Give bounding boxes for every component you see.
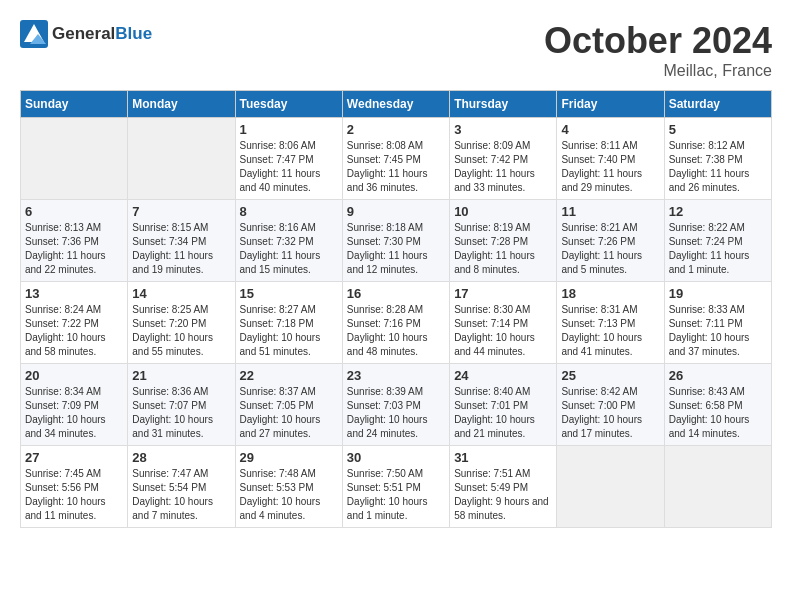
calendar-cell: 14Sunrise: 8:25 AMSunset: 7:20 PMDayligh… [128,282,235,364]
calendar-cell: 26Sunrise: 8:43 AMSunset: 6:58 PMDayligh… [664,364,771,446]
day-info: Sunrise: 8:19 AMSunset: 7:28 PMDaylight:… [454,221,552,277]
calendar-cell: 25Sunrise: 8:42 AMSunset: 7:00 PMDayligh… [557,364,664,446]
calendar-cell [128,118,235,200]
calendar-cell: 21Sunrise: 8:36 AMSunset: 7:07 PMDayligh… [128,364,235,446]
weekday-header-wednesday: Wednesday [342,91,449,118]
day-number: 31 [454,450,552,465]
calendar-cell: 10Sunrise: 8:19 AMSunset: 7:28 PMDayligh… [450,200,557,282]
calendar-cell: 7Sunrise: 8:15 AMSunset: 7:34 PMDaylight… [128,200,235,282]
day-info: Sunrise: 8:25 AMSunset: 7:20 PMDaylight:… [132,303,230,359]
calendar-cell: 3Sunrise: 8:09 AMSunset: 7:42 PMDaylight… [450,118,557,200]
month-title: October 2024 [544,20,772,62]
day-info: Sunrise: 8:37 AMSunset: 7:05 PMDaylight:… [240,385,338,441]
calendar-cell: 12Sunrise: 8:22 AMSunset: 7:24 PMDayligh… [664,200,771,282]
day-number: 15 [240,286,338,301]
calendar-cell: 4Sunrise: 8:11 AMSunset: 7:40 PMDaylight… [557,118,664,200]
day-number: 30 [347,450,445,465]
location-title: Meillac, France [544,62,772,80]
title-area: October 2024 Meillac, France [544,20,772,80]
day-info: Sunrise: 7:48 AMSunset: 5:53 PMDaylight:… [240,467,338,523]
day-number: 4 [561,122,659,137]
day-info: Sunrise: 7:51 AMSunset: 5:49 PMDaylight:… [454,467,552,523]
calendar-cell [557,446,664,528]
day-number: 28 [132,450,230,465]
day-number: 2 [347,122,445,137]
calendar-cell: 28Sunrise: 7:47 AMSunset: 5:54 PMDayligh… [128,446,235,528]
day-info: Sunrise: 8:18 AMSunset: 7:30 PMDaylight:… [347,221,445,277]
weekday-header-monday: Monday [128,91,235,118]
calendar-cell: 20Sunrise: 8:34 AMSunset: 7:09 PMDayligh… [21,364,128,446]
day-number: 23 [347,368,445,383]
day-number: 1 [240,122,338,137]
calendar-cell: 27Sunrise: 7:45 AMSunset: 5:56 PMDayligh… [21,446,128,528]
day-info: Sunrise: 8:36 AMSunset: 7:07 PMDaylight:… [132,385,230,441]
calendar-cell [21,118,128,200]
day-number: 19 [669,286,767,301]
day-number: 21 [132,368,230,383]
day-info: Sunrise: 8:34 AMSunset: 7:09 PMDaylight:… [25,385,123,441]
calendar-cell: 13Sunrise: 8:24 AMSunset: 7:22 PMDayligh… [21,282,128,364]
day-info: Sunrise: 8:16 AMSunset: 7:32 PMDaylight:… [240,221,338,277]
day-number: 5 [669,122,767,137]
calendar-cell: 23Sunrise: 8:39 AMSunset: 7:03 PMDayligh… [342,364,449,446]
day-number: 16 [347,286,445,301]
day-info: Sunrise: 7:45 AMSunset: 5:56 PMDaylight:… [25,467,123,523]
calendar-cell: 31Sunrise: 7:51 AMSunset: 5:49 PMDayligh… [450,446,557,528]
calendar-cell: 18Sunrise: 8:31 AMSunset: 7:13 PMDayligh… [557,282,664,364]
calendar-cell: 11Sunrise: 8:21 AMSunset: 7:26 PMDayligh… [557,200,664,282]
calendar-cell: 8Sunrise: 8:16 AMSunset: 7:32 PMDaylight… [235,200,342,282]
calendar-cell: 5Sunrise: 8:12 AMSunset: 7:38 PMDaylight… [664,118,771,200]
day-info: Sunrise: 8:22 AMSunset: 7:24 PMDaylight:… [669,221,767,277]
calendar-cell: 2Sunrise: 8:08 AMSunset: 7:45 PMDaylight… [342,118,449,200]
day-number: 25 [561,368,659,383]
day-info: Sunrise: 8:33 AMSunset: 7:11 PMDaylight:… [669,303,767,359]
day-info: Sunrise: 8:30 AMSunset: 7:14 PMDaylight:… [454,303,552,359]
day-info: Sunrise: 8:24 AMSunset: 7:22 PMDaylight:… [25,303,123,359]
day-info: Sunrise: 8:12 AMSunset: 7:38 PMDaylight:… [669,139,767,195]
day-info: Sunrise: 8:06 AMSunset: 7:47 PMDaylight:… [240,139,338,195]
calendar-cell: 19Sunrise: 8:33 AMSunset: 7:11 PMDayligh… [664,282,771,364]
calendar-cell: 16Sunrise: 8:28 AMSunset: 7:16 PMDayligh… [342,282,449,364]
calendar-cell: 29Sunrise: 7:48 AMSunset: 5:53 PMDayligh… [235,446,342,528]
day-number: 13 [25,286,123,301]
day-number: 3 [454,122,552,137]
day-number: 9 [347,204,445,219]
day-number: 29 [240,450,338,465]
day-number: 7 [132,204,230,219]
day-info: Sunrise: 8:09 AMSunset: 7:42 PMDaylight:… [454,139,552,195]
day-info: Sunrise: 8:08 AMSunset: 7:45 PMDaylight:… [347,139,445,195]
logo-blue-text: Blue [115,24,152,43]
day-number: 8 [240,204,338,219]
day-info: Sunrise: 8:31 AMSunset: 7:13 PMDaylight:… [561,303,659,359]
calendar-cell: 30Sunrise: 7:50 AMSunset: 5:51 PMDayligh… [342,446,449,528]
logo-general-text: General [52,24,115,43]
day-info: Sunrise: 8:27 AMSunset: 7:18 PMDaylight:… [240,303,338,359]
calendar-cell [664,446,771,528]
calendar-cell: 17Sunrise: 8:30 AMSunset: 7:14 PMDayligh… [450,282,557,364]
day-info: Sunrise: 7:47 AMSunset: 5:54 PMDaylight:… [132,467,230,523]
day-info: Sunrise: 8:43 AMSunset: 6:58 PMDaylight:… [669,385,767,441]
day-info: Sunrise: 8:21 AMSunset: 7:26 PMDaylight:… [561,221,659,277]
calendar-table: SundayMondayTuesdayWednesdayThursdayFrid… [20,90,772,528]
day-number: 14 [132,286,230,301]
day-number: 26 [669,368,767,383]
day-info: Sunrise: 8:13 AMSunset: 7:36 PMDaylight:… [25,221,123,277]
day-number: 17 [454,286,552,301]
day-number: 22 [240,368,338,383]
day-number: 6 [25,204,123,219]
day-info: Sunrise: 8:11 AMSunset: 7:40 PMDaylight:… [561,139,659,195]
calendar-cell: 9Sunrise: 8:18 AMSunset: 7:30 PMDaylight… [342,200,449,282]
day-number: 24 [454,368,552,383]
day-number: 27 [25,450,123,465]
calendar-cell: 6Sunrise: 8:13 AMSunset: 7:36 PMDaylight… [21,200,128,282]
calendar-cell: 1Sunrise: 8:06 AMSunset: 7:47 PMDaylight… [235,118,342,200]
calendar-cell: 22Sunrise: 8:37 AMSunset: 7:05 PMDayligh… [235,364,342,446]
weekday-header-tuesday: Tuesday [235,91,342,118]
calendar-cell: 24Sunrise: 8:40 AMSunset: 7:01 PMDayligh… [450,364,557,446]
day-info: Sunrise: 8:15 AMSunset: 7:34 PMDaylight:… [132,221,230,277]
logo: GeneralBlue [20,20,152,48]
day-number: 11 [561,204,659,219]
weekday-header-friday: Friday [557,91,664,118]
weekday-header-sunday: Sunday [21,91,128,118]
day-number: 10 [454,204,552,219]
